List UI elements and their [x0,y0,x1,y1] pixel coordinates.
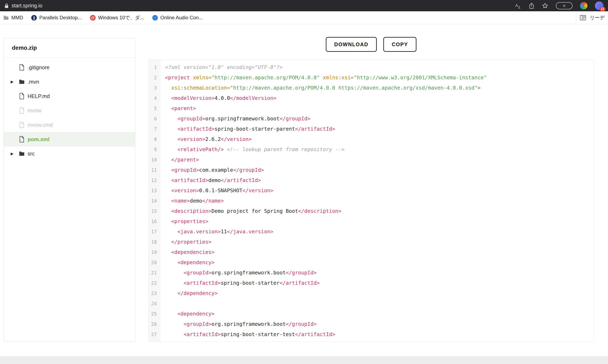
code-line: 11 <groupId>com.example</groupId> [149,165,594,175]
code-line-text: </dependency> [160,288,218,299]
line-number: 23 [149,288,160,299]
code-line: 25 <dependency> [149,309,594,319]
share-icon[interactable] [529,2,534,9]
code-line: 16 <properties> [149,216,594,227]
bookmark-item[interactable]: ♪Online Audio Con... [152,15,203,21]
line-number: 6 [149,114,160,124]
url-text: start.spring.io [12,3,42,9]
code-line-text: <artifactId>spring-boot-starter-test</ar… [160,329,335,339]
code-line: 2<project xmlns="http://maven.apache.org… [149,73,594,83]
chrome-toolbar: A文 ≡ 11 [515,1,604,10]
code-line: 15 <description>Demo project for Spring … [149,206,594,216]
tree-item-pom-xml[interactable]: pom.xml [4,132,135,146]
code-line-text: xsi:schemaLocation="http://maven.apache.… [160,83,481,93]
code-line-text: <parent> [160,103,196,114]
translate-icon[interactable]: A文 [515,2,521,9]
tree-item-help-md[interactable]: HELP.md [4,89,135,103]
code-line-text: <properties> [160,216,208,227]
line-number: 12 [149,175,160,185]
action-buttons: DOWNLOAD COPY [148,37,594,52]
svg-text:文: 文 [518,6,521,9]
tree-item-mvnw-cmd[interactable]: mvnw.cmd [4,118,135,132]
file-name: .mvn [27,79,39,85]
line-number: 17 [149,227,160,237]
code-content: 1<?xml version="1.0" encoding="UTF-8"?>2… [149,60,594,339]
tree-item-src[interactable]: ▶src [4,146,135,161]
tree-item-mvnw[interactable]: mvnw [4,103,135,118]
code-line-text: <project xmlns="http://maven.apache.org/… [160,73,487,83]
code-line-text: <name>demo</name> [160,196,224,206]
code-line: 6 <groupId>org.springframework.boot</gro… [149,114,594,124]
line-number: 1 [149,62,160,73]
notification-badge: 11 [600,7,606,11]
file-icon [19,122,27,128]
code-line: 19 <dependencies> [149,247,594,257]
code-line-text: <groupId>org.springframework.boot</group… [160,114,310,124]
file-tree: .gitignore▶.mvnHELP.mdmvnwmvnw.cmdpom.xm… [4,58,135,161]
bookmark-favicon-parallels-icon: ∥ [31,15,37,21]
bookmark-item[interactable]: @Windows 10で、ダ... [90,14,144,21]
page-content: demo.zip .gitignore▶.mvnHELP.mdmvnwmvnw.… [0,24,608,364]
code-line: 3 xsi:schemaLocation="http://maven.apach… [149,83,594,93]
file-icon [19,64,27,71]
code-line-text: <java.version>11</java.version> [160,227,273,237]
lock-icon [4,3,9,8]
bookmark-star-icon[interactable] [542,2,548,9]
code-line-text: <description>Demo project for Spring Boo… [160,206,341,216]
tree-item-mvn[interactable]: ▶.mvn [4,75,135,89]
file-name: mvnw [27,107,41,114]
file-icon [19,136,27,143]
reading-list-label[interactable]: リーデ [590,14,605,21]
bookmark-label: Parallels Desktop... [39,15,82,21]
file-name: src [27,151,35,157]
line-number: 18 [149,237,160,247]
download-button[interactable]: DOWNLOAD [326,37,377,52]
address-bar[interactable]: start.spring.io [4,3,42,9]
code-line-text: <groupId>org.springframework.boot</group… [160,268,317,278]
code-line-text: <version>2.6.2</version> [160,134,251,144]
folder-icon [19,150,27,157]
line-number: 5 [149,103,160,114]
file-name: HELP.md [27,93,50,99]
code-line: 13 <version>0.0.1-SNAPSHOT</version> [149,185,594,196]
line-number: 11 [149,165,160,175]
line-number: 8 [149,134,160,144]
bookmark-favicon-at-icon: @ [90,15,96,21]
code-line-text: <dependency> [160,257,215,268]
bookmark-item[interactable]: ∥Parallels Desktop... [31,15,82,21]
caret-right-icon[interactable]: ▶ [11,152,19,156]
copy-button[interactable]: COPY [383,37,416,52]
code-viewer: 1<?xml version="1.0" encoding="UTF-8"?>2… [148,60,594,342]
file-explorer-panel: demo.zip .gitignore▶.mvnHELP.mdmvnwmvnw.… [3,38,135,342]
file-icon [19,107,27,114]
caret-right-icon[interactable]: ▶ [11,80,19,84]
code-line-text: <modelVersion>4.0.0</modelVersion> [160,93,277,103]
line-number: 4 [149,93,160,103]
bookmark-item[interactable]: MMD [3,15,23,21]
tree-item-gitignore[interactable]: .gitignore [4,60,135,75]
browser-chrome: start.spring.io A文 ≡ 11 [0,0,608,11]
code-line-text: <artifactId>spring-boot-starter-parent</… [160,124,335,134]
reading-list-icon[interactable] [580,15,586,20]
bookmarks-right: リーデ [576,14,605,21]
extensions-icon[interactable] [580,2,587,10]
divider [576,14,576,21]
code-line: 17 <java.version>11</java.version> [149,227,594,237]
line-number: 26 [149,319,160,329]
line-number: 7 [149,124,160,134]
line-number: 9 [149,144,160,155]
code-line: 12 <artifactId>demo</artifactId> [149,175,594,185]
archive-title: demo.zip [4,38,135,58]
line-number: 21 [149,268,160,278]
code-line: 14 <name>demo</name> [149,196,594,206]
browser-window: start.spring.io A文 ≡ 11 MMD∥Parallels De… [0,0,608,364]
file-name: mvnw.cmd [27,122,53,128]
bookmark-favicon-audio-icon: ♪ [152,15,158,21]
code-line-text: <groupId>org.springframework.boot</group… [160,319,317,329]
code-line: 9 <relativePath/> <!-- lookup parent fro… [149,144,594,155]
line-number: 27 [149,329,160,339]
code-line: 22 <artifactId>spring-boot-starter</arti… [149,278,594,288]
extension-pill-icon[interactable]: ≡ [556,2,573,10]
code-line: 5 <parent> [149,103,594,114]
profile-avatar[interactable]: 11 [595,1,604,10]
